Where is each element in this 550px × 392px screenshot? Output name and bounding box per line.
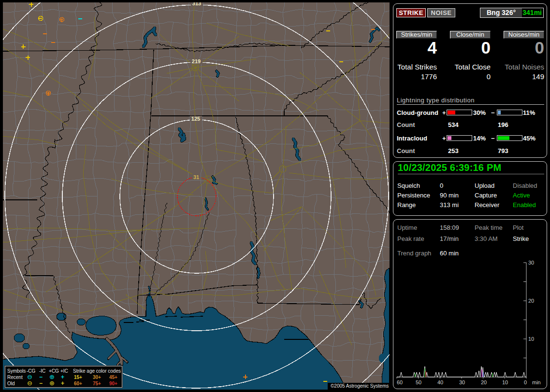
svg-text:0: 0	[524, 379, 527, 385]
svg-text:125: 125	[191, 116, 200, 122]
svg-text:31: 31	[193, 174, 199, 180]
svg-text:10: 10	[502, 379, 508, 385]
svg-text:30: 30	[459, 379, 465, 385]
svg-text:min: min	[532, 379, 541, 385]
svg-text:60: 60	[397, 379, 403, 385]
svg-text:20: 20	[528, 298, 534, 304]
svg-text:10: 10	[528, 336, 534, 342]
svg-text:30: 30	[528, 260, 534, 266]
svg-text:50: 50	[416, 379, 421, 385]
svg-text:20: 20	[481, 379, 487, 385]
svg-text:313: 313	[192, 2, 201, 6]
svg-text:40: 40	[437, 379, 443, 385]
svg-text:219: 219	[192, 58, 201, 64]
